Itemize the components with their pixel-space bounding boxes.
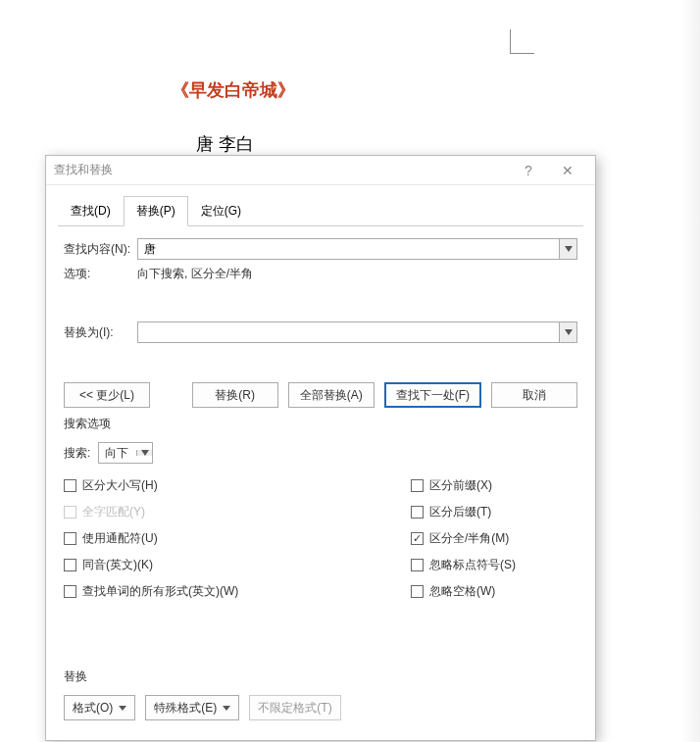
options-label: 选项:	[64, 266, 137, 282]
checkbox-label: 忽略空格(W)	[429, 583, 495, 600]
checkbox-case[interactable]: 区分大小写(H)	[64, 477, 411, 494]
checkbox-icon: ✓	[411, 532, 424, 545]
replace-combobox[interactable]	[137, 322, 577, 343]
checkbox-label: 忽略标点符号(S)	[429, 557, 516, 573]
checkbox-icon	[64, 479, 76, 492]
margin-corner-mark	[510, 29, 534, 54]
help-button[interactable]: ?	[509, 156, 548, 185]
checkbox-label: 查找单词的所有形式(英文)(W)	[82, 583, 238, 600]
no-format-button: 不限定格式(T)	[249, 695, 340, 720]
checkbox-allforms[interactable]: 查找单词的所有形式(英文)(W)	[64, 583, 411, 600]
checkbox-homophone[interactable]: 同音(英文)(K)	[64, 557, 411, 573]
checkbox-label: 同音(英文)(K)	[82, 557, 153, 573]
tab-replace[interactable]: 替换(P)	[124, 196, 188, 226]
checkbox-label: 区分前缀(X)	[429, 477, 492, 494]
checkbox-icon	[64, 559, 76, 571]
cancel-button[interactable]: 取消	[491, 382, 577, 408]
tab-find[interactable]: 查找(D)	[58, 196, 124, 226]
dialog-title: 查找和替换	[54, 162, 509, 178]
chevron-down-icon	[223, 706, 230, 711]
checkbox-icon	[411, 479, 424, 492]
checkbox-icon	[64, 532, 76, 545]
search-direction-label: 搜索:	[64, 445, 90, 462]
find-replace-dialog: 查找和替换 ? ✕ 查找(D) 替换(P) 定位(G) 查找内容(N): 选项:…	[45, 155, 596, 741]
checkbox-icon	[64, 506, 76, 519]
replace-all-button[interactable]: 全部替换(A)	[288, 382, 375, 408]
checkbox-space[interactable]: 忽略空格(W)	[411, 583, 577, 600]
checkbox-label: 区分全/半角(M)	[429, 530, 509, 547]
chevron-down-icon[interactable]	[559, 322, 576, 342]
checkbox-suffix[interactable]: 区分后缀(T)	[411, 504, 577, 520]
chevron-down-icon	[119, 706, 126, 711]
dialog-body: 查找内容(N): 选项: 向下搜索, 区分全/半角 替换为(I):	[46, 226, 595, 720]
find-input[interactable]	[138, 239, 559, 259]
checkbox-wildcard[interactable]: 使用通配符(U)	[64, 530, 411, 547]
checkbox-punct[interactable]: 忽略标点符号(S)	[411, 557, 577, 573]
checkbox-label: 使用通配符(U)	[82, 530, 158, 547]
checkbox-icon	[411, 506, 424, 519]
find-next-button[interactable]: 查找下一处(F)	[384, 382, 481, 408]
checkbox-fullhalf[interactable]: ✓区分全/半角(M)	[411, 530, 577, 547]
checkbox-icon	[411, 585, 424, 598]
document-title: 《早发白帝城》	[172, 78, 295, 102]
chevron-down-icon[interactable]	[559, 239, 576, 259]
tab-strip: 查找(D) 替换(P) 定位(G)	[58, 195, 583, 226]
find-combobox[interactable]	[137, 238, 577, 260]
document-author: 唐 李白	[196, 132, 254, 156]
replace-button[interactable]: 替换(R)	[192, 382, 278, 408]
checkbox-icon	[411, 559, 424, 571]
replace-section-label: 替换	[64, 668, 577, 685]
checkbox-label: 全字匹配(Y)	[82, 504, 145, 520]
less-button[interactable]: << 更少(L)	[64, 382, 150, 408]
find-label: 查找内容(N):	[64, 241, 137, 258]
document-background: 《早发白帝城》 唐 李白	[0, 0, 700, 157]
checkbox-whole: 全字匹配(Y)	[64, 504, 411, 520]
search-direction-select[interactable]: 向下	[98, 442, 153, 464]
titlebar: 查找和替换 ? ✕	[46, 156, 595, 185]
tab-goto[interactable]: 定位(G)	[188, 196, 254, 226]
replace-label: 替换为(I):	[64, 324, 137, 341]
checkbox-prefix[interactable]: 区分前缀(X)	[411, 477, 577, 494]
checkbox-icon	[64, 585, 76, 598]
chevron-down-icon[interactable]	[136, 450, 152, 456]
close-button[interactable]: ✕	[548, 156, 587, 185]
checkbox-label: 区分后缀(T)	[429, 504, 491, 520]
options-value: 向下搜索, 区分全/半角	[137, 266, 577, 282]
format-button[interactable]: 格式(O)	[64, 695, 135, 720]
checkbox-label: 区分大小写(H)	[82, 477, 158, 494]
search-options-label: 搜索选项	[64, 416, 577, 432]
special-format-button[interactable]: 特殊格式(E)	[145, 695, 239, 720]
replace-input[interactable]	[138, 322, 559, 342]
